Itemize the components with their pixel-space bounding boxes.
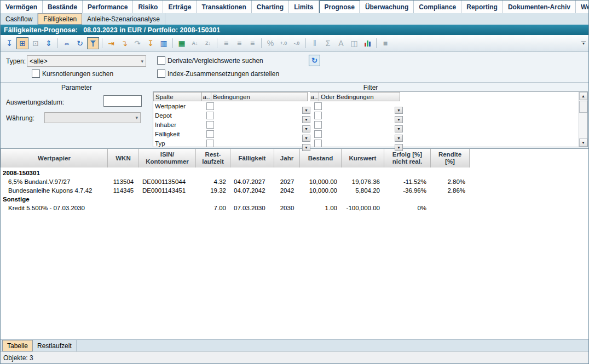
and-checkbox[interactable]	[206, 140, 214, 147]
group-row[interactable]: Sonstige	[1, 195, 588, 204]
sub-tab-cashflow[interactable]: Cashflow	[1, 13, 38, 25]
and-checkbox[interactable]	[206, 130, 214, 138]
filter-scrollbar[interactable]: ▲ ▼	[579, 92, 587, 147]
checkbox-kursnotierungen[interactable]: Kursnotierungen suchen	[32, 70, 113, 78]
main-tab-prognose[interactable]: Prognose	[319, 1, 360, 13]
main-tab-dokumenten-archiv[interactable]: Dokumenten-Archiv	[503, 1, 576, 13]
filter-field-label: Typ	[153, 140, 205, 147]
status-bar: Objekte: 3	[1, 351, 588, 363]
export-table-icon[interactable]: ↧	[3, 37, 15, 49]
chevron-down-icon: ▾	[135, 115, 138, 120]
insert-row-icon[interactable]: ↴	[118, 37, 130, 49]
column-header-rendite[interactable]: Rendite [%]	[431, 149, 470, 167]
column-header-wkn[interactable]: WKN	[108, 149, 139, 167]
table-cell: -11.52%	[384, 177, 431, 186]
fit-height-icon[interactable]: ⇕	[43, 37, 55, 49]
checkbox-box[interactable]	[157, 56, 165, 65]
refresh-icon[interactable]: ↻	[74, 37, 86, 49]
toolbar-separator	[172, 38, 173, 48]
checkbox-index-zusammensetzungen[interactable]: Index-Zusammensetzungen darstellen	[157, 70, 279, 78]
sub-tab-anleihe-szenarioanalyse[interactable]: Anleihe-Szenarioanalyse	[82, 13, 165, 25]
main-tab-charting[interactable]: Charting	[252, 1, 289, 13]
dropdown-arrow-icon[interactable]: ▼	[302, 144, 310, 151]
main-tab-erträge[interactable]: Erträge	[163, 1, 197, 13]
chart-icon[interactable]	[361, 37, 373, 49]
column-header-kurswert[interactable]: Kurswert	[342, 149, 384, 167]
bottom-tab-tabelle[interactable]: Tabelle	[2, 340, 33, 351]
and-checkbox[interactable]	[314, 121, 322, 129]
checkbox-box[interactable]	[32, 70, 40, 78]
table-cell: 4.32	[196, 177, 230, 186]
scroll-down-icon[interactable]: ▼	[579, 138, 587, 147]
stop-icon: ■	[379, 37, 391, 49]
filter-and-cell	[313, 121, 322, 129]
insert-column-icon[interactable]: ⇥	[105, 37, 117, 49]
jump-to-bottom-icon[interactable]: ↧	[145, 37, 157, 49]
table-cell: Kredit 5.500% - 07.03.2030	[1, 204, 108, 212]
column-header-bestand[interactable]: Bestand	[300, 149, 342, 167]
filter-column-header-oder-bedingungen-2: Oder Bedingungen	[319, 92, 400, 101]
main-tab-bar: VermögenBeständePerformanceRisikoErträge…	[1, 1, 588, 13]
table-row[interactable]: Kredit 5.500% - 07.03.20307.0007.03.2030…	[1, 204, 588, 212]
and-checkbox[interactable]	[314, 130, 322, 138]
column-selection-icon[interactable]: ▦	[176, 37, 188, 49]
main-tab-bestände[interactable]: Bestände	[43, 1, 83, 13]
scroll-up-icon[interactable]: ▲	[579, 92, 587, 100]
main-tab-transaktionen[interactable]: Transaktionen	[197, 1, 251, 13]
column-header-isin[interactable]: ISIN/ Kontonummer	[139, 149, 196, 167]
main-tab-performance[interactable]: Performance	[83, 1, 133, 13]
chart-settings-icon[interactable]: ▥	[158, 37, 170, 49]
filter-row-typ: Typ▼▼	[153, 138, 587, 148]
sort-ascending-icon: A↓	[189, 37, 201, 49]
column-header-fälligkeit[interactable]: Fälligkeit	[230, 149, 274, 167]
and-checkbox[interactable]	[314, 112, 322, 119]
main-tab-vermögen[interactable]: Vermögen	[1, 1, 43, 13]
and-checkbox[interactable]	[206, 102, 214, 110]
app-window: VermögenBeständePerformanceRisikoErträge…	[0, 0, 589, 364]
table-header-row: WertpapierWKNISIN/ KontonummerRest- lauf…	[1, 149, 588, 167]
table-cell: 2.86%	[431, 186, 470, 195]
table-cell: 2.80%	[431, 177, 470, 186]
bottom-tab-restlaufzeit[interactable]: Restlaufzeit	[33, 340, 77, 351]
toolbar: ↧⊞⊡⇕⇔↻⇥↴↷↧▥▦A↓Z↓≡≡≡%+.0-.0‖ΣA◫■▾	[1, 35, 588, 52]
auswertungsdatum-label: Auswertungsdatum:	[6, 99, 64, 106]
fit-to-window-icon[interactable]: ⊞	[16, 37, 28, 49]
main-tab-wertpapiere[interactable]: Wertpapiere	[576, 1, 589, 13]
column-header-rest[interactable]: Rest- laufzeit	[196, 149, 230, 167]
column-header-erfolg[interactable]: Erfolg [%] nicht real.	[384, 149, 431, 167]
and-checkbox[interactable]	[314, 102, 322, 110]
main-tab-reporting[interactable]: Reporting	[461, 1, 503, 13]
checkbox-derivate-vergleichswerte[interactable]: Derivate/Vergleichswerte suchen	[157, 56, 263, 65]
table-cell: 19.32	[196, 186, 230, 195]
search-refresh-button[interactable]: ↻	[309, 55, 320, 66]
table-row[interactable]: 6,5% Bundanl.V.97/27113504DE00011350444.…	[1, 177, 588, 186]
typen-select[interactable]: <alle> ▾	[27, 55, 146, 67]
main-tab-überwachung[interactable]: Überwachung	[360, 1, 414, 13]
scrollbar-thumb[interactable]	[579, 101, 587, 113]
table-cell: 0%	[384, 204, 431, 212]
main-tab-limits[interactable]: Limits	[289, 1, 319, 13]
column-header-wertpapier[interactable]: Wertpapier	[1, 149, 108, 167]
filter-row-inhaber: Inhaber▼▼	[153, 120, 587, 129]
refresh-icon: ↻	[311, 56, 317, 65]
filter-icon[interactable]	[87, 37, 99, 49]
filter-and-cell	[313, 140, 322, 147]
and-checkbox[interactable]	[206, 112, 214, 119]
table-cell	[139, 204, 196, 212]
table-row[interactable]: Bundesanleihe Kupons 4.7.42114345DE00011…	[1, 186, 588, 195]
main-tab-risiko[interactable]: Risiko	[133, 1, 163, 13]
filter-and-cell	[205, 102, 215, 110]
fit-columns-icon[interactable]: ⇔	[61, 37, 73, 49]
and-checkbox[interactable]	[314, 140, 322, 147]
main-tab-compliance[interactable]: Compliance	[414, 1, 461, 13]
and-checkbox[interactable]	[206, 121, 214, 129]
column-header-jahr[interactable]: Jahr	[274, 149, 300, 167]
group-row[interactable]: 2008-150301	[1, 169, 588, 177]
sub-tab-fälligkeiten[interactable]: Fälligkeiten	[38, 13, 82, 25]
auswertungsdatum-input[interactable]	[103, 95, 142, 107]
checkbox-box[interactable]	[157, 70, 165, 78]
toolbar-separator	[217, 38, 217, 48]
dropdown-arrow-icon[interactable]: ▼	[395, 144, 403, 151]
group-label: 2008-150301	[1, 169, 220, 177]
toolbar-overflow-button[interactable]: ▾	[580, 37, 587, 49]
